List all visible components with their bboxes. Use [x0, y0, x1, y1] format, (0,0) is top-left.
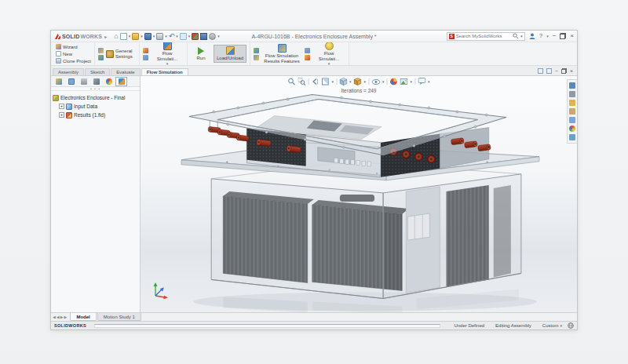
- tab-evaluate[interactable]: Evaluate: [111, 68, 140, 75]
- compare-results-icon[interactable]: [305, 48, 310, 53]
- select-icon[interactable]: [180, 33, 187, 40]
- undo-dropdown-icon[interactable]: ▾: [176, 34, 178, 38]
- tree-root-item[interactable]: Electronics Enclosure - Final: [53, 93, 138, 102]
- results-features-button[interactable]: Flow Simulation Results Features: [261, 42, 302, 66]
- previous-view-icon[interactable]: [311, 78, 319, 86]
- tab-flow-simulation-tree[interactable]: [115, 77, 127, 86]
- file-properties-icon[interactable]: [200, 33, 207, 40]
- zoom-to-area-icon[interactable]: [298, 78, 305, 86]
- display-style-dropdown-icon[interactable]: ▾: [363, 79, 366, 84]
- appearances-scenes-icon[interactable]: [569, 126, 575, 132]
- report-icon[interactable]: [305, 55, 310, 60]
- units-globe-icon[interactable]: [568, 322, 574, 329]
- search-icon[interactable]: [513, 33, 519, 39]
- tab-model[interactable]: Model: [70, 313, 96, 321]
- design-library-icon[interactable]: [569, 91, 575, 97]
- tab-dimxpert-manager[interactable]: [90, 77, 102, 86]
- view-settings-dropdown-icon[interactable]: ▾: [428, 79, 430, 84]
- hide-show-items-icon[interactable]: [371, 78, 380, 86]
- new-dropdown-icon[interactable]: ▾: [129, 34, 131, 38]
- tab-flow-simulation[interactable]: Flow Simulation: [141, 68, 188, 75]
- tab-configuration-manager[interactable]: [78, 77, 89, 86]
- doc-window-icon[interactable]: [538, 68, 543, 74]
- search-input[interactable]: [456, 34, 511, 38]
- zoom-to-fit-icon[interactable]: [287, 78, 295, 86]
- flow-simulation-display-button[interactable]: Flow Simulati... ▾: [312, 40, 345, 68]
- tab-property-manager[interactable]: [65, 77, 77, 86]
- scroll-prev-icon[interactable]: ◀: [57, 314, 60, 321]
- options-dropdown-icon[interactable]: ▾: [217, 34, 220, 38]
- rebuild-icon[interactable]: [192, 33, 199, 40]
- select-dropdown-icon[interactable]: ▾: [188, 34, 191, 38]
- search-dropdown-icon[interactable]: ▾: [520, 34, 523, 38]
- apply-scene-dropdown-icon[interactable]: ▾: [411, 79, 413, 84]
- file-explorer-icon[interactable]: [569, 100, 575, 106]
- new-document-icon[interactable]: [120, 33, 127, 40]
- section-view-dropdown-icon[interactable]: ▾: [331, 79, 334, 84]
- goals-icon[interactable]: [143, 55, 148, 60]
- close-icon[interactable]: ×: [570, 33, 574, 39]
- units-icon[interactable]: [98, 48, 104, 53]
- options-icon[interactable]: [209, 33, 216, 40]
- tab-sketch[interactable]: Sketch: [85, 68, 110, 75]
- login-user-icon[interactable]: [529, 33, 535, 39]
- scroll-first-icon[interactable]: ◀: [53, 314, 56, 321]
- general-settings-button[interactable]: General Settings: [106, 49, 136, 60]
- doc-close-icon[interactable]: ×: [570, 68, 573, 74]
- wizard-button[interactable]: Wizard: [56, 44, 91, 49]
- model-3d-electronics-enclosure[interactable]: [180, 92, 542, 312]
- view-orientation-cube-icon[interactable]: [339, 78, 347, 86]
- tab-feature-tree[interactable]: [53, 77, 64, 86]
- batch-run-icon[interactable]: [254, 55, 259, 60]
- tree-item-input-data[interactable]: + Input Data: [53, 102, 138, 111]
- hide-show-dropdown-icon[interactable]: ▾: [382, 79, 385, 84]
- section-view-icon[interactable]: [321, 78, 329, 86]
- restore-icon[interactable]: [560, 33, 566, 39]
- edit-appearance-icon[interactable]: [390, 78, 398, 86]
- flow-simulation-conditions-button[interactable]: Flow Simulati... ▾: [151, 40, 184, 68]
- save-dropdown-icon[interactable]: ▾: [153, 34, 155, 38]
- menu-flyout-icon[interactable]: ▸: [104, 34, 107, 39]
- new-project-button[interactable]: New: [56, 51, 91, 56]
- clone-project-button[interactable]: Clone Project: [56, 58, 91, 64]
- graphics-viewport[interactable]: ▾ ▾ ▾ ▾ ▾ ▾ Iterations = 249: [141, 76, 577, 312]
- view-palette-icon[interactable]: [569, 117, 575, 123]
- doc-minimize-icon[interactable]: −: [555, 68, 558, 74]
- open-dropdown-icon[interactable]: ▾: [141, 34, 143, 38]
- apply-scene-icon[interactable]: [400, 78, 408, 86]
- tree-item-results[interactable]: + Results (1.fld): [53, 111, 138, 119]
- solidworks-menu[interactable]: SOLIDWORKS ▸: [54, 33, 107, 40]
- load-unload-button[interactable]: Load/Unload: [214, 45, 246, 63]
- save-icon[interactable]: [144, 33, 152, 40]
- doc-restore-icon[interactable]: [561, 68, 567, 74]
- custom-properties-icon[interactable]: [569, 134, 575, 140]
- print-icon[interactable]: [156, 33, 163, 40]
- flow-simulation-display-label: Flow Simulati...: [313, 51, 345, 62]
- help-dropdown-icon[interactable]: ▾: [546, 34, 549, 38]
- help-icon[interactable]: ?: [539, 33, 542, 39]
- tab-assembly[interactable]: Assembly: [53, 68, 84, 75]
- minimize-icon[interactable]: −: [553, 33, 557, 39]
- view-settings-icon[interactable]: [418, 78, 425, 86]
- status-custom-selector[interactable]: Custom ▾: [542, 323, 562, 328]
- solver-monitor-icon[interactable]: [254, 48, 259, 53]
- display-style-icon[interactable]: [353, 78, 361, 86]
- undo-icon[interactable]: ↶: [169, 33, 175, 40]
- open-icon[interactable]: [132, 33, 139, 40]
- tab-display-manager[interactable]: [103, 77, 115, 86]
- run-button[interactable]: Run: [191, 47, 211, 60]
- doc-window-icon-2[interactable]: [546, 68, 552, 74]
- home-icon[interactable]: ⌂: [114, 33, 118, 40]
- expand-icon[interactable]: +: [59, 104, 64, 109]
- solidworks-resources-icon[interactable]: [569, 82, 575, 89]
- scroll-next-icon[interactable]: ▶: [60, 314, 64, 321]
- view-orientation-dropdown-icon[interactable]: ▾: [349, 79, 352, 84]
- boundary-conditions-icon[interactable]: [143, 48, 148, 53]
- scroll-last-icon[interactable]: ▶: [64, 314, 68, 321]
- search-box[interactable]: S ▾: [447, 32, 525, 41]
- tab-motion-study[interactable]: Motion Study 1: [97, 313, 141, 321]
- print-dropdown-icon[interactable]: ▾: [165, 34, 167, 38]
- computational-domain-icon[interactable]: [98, 55, 104, 60]
- toolbox-icon[interactable]: [569, 108, 575, 115]
- expand-icon[interactable]: +: [59, 112, 64, 118]
